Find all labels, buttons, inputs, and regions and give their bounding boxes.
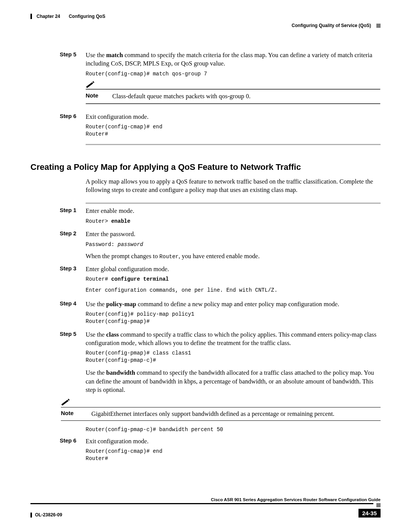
text: When the prompt changes to bbox=[86, 252, 159, 260]
text: Use the bbox=[86, 51, 106, 59]
text: Exit configuration mode. bbox=[86, 113, 148, 120]
step-2: Step 2 Enter the password. Password: pas… bbox=[30, 230, 381, 263]
note-block: Note Class-default queue matches packets… bbox=[86, 81, 381, 104]
code-block: Router(config-pmap)# class class1 Router… bbox=[86, 350, 381, 364]
text: command to specify a traffic class to wh… bbox=[86, 331, 376, 347]
step-content: Enter global configuration mode. Router#… bbox=[86, 265, 381, 296]
bold-text: policy-map bbox=[106, 300, 136, 308]
step-content: Enter the password. Password: password W… bbox=[86, 230, 381, 263]
header-bar-decoration bbox=[30, 14, 32, 19]
section-divider bbox=[86, 203, 381, 204]
text: Enter the password. bbox=[86, 230, 135, 238]
step-4: Step 4 Use the policy-map command to def… bbox=[30, 300, 381, 328]
text: Use the bandwidth command to specify the… bbox=[86, 369, 381, 394]
bold-text: match bbox=[106, 51, 123, 59]
section-divider bbox=[86, 144, 381, 145]
step-content: Use the class command to specify a traff… bbox=[86, 331, 381, 397]
text: Use the bbox=[86, 369, 106, 376]
step-label: Step 6 bbox=[60, 113, 86, 140]
pen-icon bbox=[61, 399, 70, 406]
text: Use the bbox=[86, 331, 106, 338]
code-block: Password: password bbox=[86, 241, 381, 248]
code: Password: bbox=[86, 241, 118, 248]
code-block: Router> enable bbox=[86, 218, 381, 225]
text: , you have entered enable mode. bbox=[178, 252, 260, 260]
step-label: Step 4 bbox=[60, 300, 86, 328]
step-3: Step 3 Enter global configuration mode. … bbox=[30, 265, 381, 296]
footer-bar bbox=[30, 503, 373, 504]
step-label: Step 3 bbox=[60, 265, 86, 296]
section-header-right: Configuring Quality of Service (QoS) bbox=[30, 23, 381, 28]
code-block: Router(config-pmap-c)# bandwidth percent… bbox=[86, 426, 381, 433]
step-label: Step 5 bbox=[60, 331, 86, 397]
bold-text: bandwidth bbox=[106, 369, 135, 376]
text: command to define a new policy map and e… bbox=[136, 300, 339, 308]
code-block: Router# configure terminal bbox=[86, 276, 381, 283]
footer-square-icon bbox=[376, 503, 381, 507]
step-content: Use the policy-map command to define a n… bbox=[86, 300, 381, 328]
code-block: Router(config-cmap)# end Router# bbox=[86, 123, 381, 138]
code-bold: configure terminal bbox=[111, 276, 169, 282]
note-text: Class-default queue matches packets with… bbox=[112, 92, 381, 101]
code-block: Enter configuration commands, one per li… bbox=[86, 287, 381, 294]
note-label: Note bbox=[86, 92, 105, 99]
note-label: Note bbox=[61, 410, 73, 416]
code-block: Router(config-cmap)# end Router# bbox=[86, 448, 381, 462]
step-label: Step 1 bbox=[60, 207, 86, 227]
code-italic: password bbox=[118, 241, 143, 248]
bold-text: class bbox=[106, 331, 119, 338]
step-label: Step 6 bbox=[60, 437, 86, 465]
note-text: GigabitEthernet interfaces only support … bbox=[91, 410, 335, 418]
text: Exit configuration mode. bbox=[86, 438, 148, 445]
code-bold: enable bbox=[111, 218, 130, 224]
text: command to specify the match criteria fo… bbox=[86, 51, 372, 67]
chapter-header: Chapter 24 Configuring QoS bbox=[30, 14, 381, 19]
pen-icon bbox=[86, 81, 95, 88]
chapter-title: Configuring QoS bbox=[69, 14, 105, 19]
step-content: Enter enable mode. Router> enable bbox=[86, 207, 381, 227]
step-6: Step 6 Exit configuration mode. Router(c… bbox=[30, 437, 381, 465]
footer-bar-decoration bbox=[30, 513, 32, 518]
section-heading: Creating a Policy Map for Applying a QoS… bbox=[30, 162, 381, 172]
section-title: Configuring Quality of Service (QoS) bbox=[292, 23, 371, 28]
inline-code: Router bbox=[159, 254, 178, 260]
text: Enter enable mode. bbox=[86, 207, 134, 214]
text: When the prompt changes to Router, you h… bbox=[86, 252, 381, 260]
step-6-top: Step 6 Exit configuration mode. Router(c… bbox=[30, 113, 381, 140]
note-block: Note GigabitEthernet interfaces only sup… bbox=[61, 399, 381, 433]
step-label: Step 2 bbox=[60, 230, 86, 263]
step-label: Step 5 bbox=[60, 51, 86, 80]
text: Enter global configuration mode. bbox=[86, 265, 169, 273]
code: Router# bbox=[86, 276, 111, 282]
page-number: 24-35 bbox=[358, 509, 381, 518]
code-block: Router(config-cmap)# match qos-group 7 bbox=[86, 70, 381, 78]
step-content: Exit configuration mode. Router(config-c… bbox=[86, 113, 381, 140]
doc-title: Cisco ASR 901 Series Aggregation Service… bbox=[30, 497, 381, 502]
doc-id: OL-23826-09 bbox=[35, 512, 62, 518]
step-content: Exit configuration mode. Router(config-c… bbox=[86, 437, 381, 465]
code: Router> bbox=[86, 218, 111, 224]
step-content: Use the match command to specify the mat… bbox=[86, 51, 381, 80]
step-1: Step 1 Enter enable mode. Router> enable bbox=[30, 207, 381, 227]
text: Use the bbox=[86, 300, 106, 308]
intro-paragraph: A policy map allows you to apply a QoS f… bbox=[86, 177, 381, 195]
header-square-icon bbox=[376, 24, 381, 28]
page-footer: Cisco ASR 901 Series Aggregation Service… bbox=[30, 497, 381, 518]
code-block: Router(config)# policy-map policy1 Route… bbox=[86, 311, 381, 325]
step-5: Step 5 Use the class command to specify … bbox=[30, 331, 381, 397]
step-5-top: Step 5 Use the match command to specify … bbox=[30, 51, 381, 80]
chapter-label: Chapter 24 bbox=[37, 14, 60, 19]
